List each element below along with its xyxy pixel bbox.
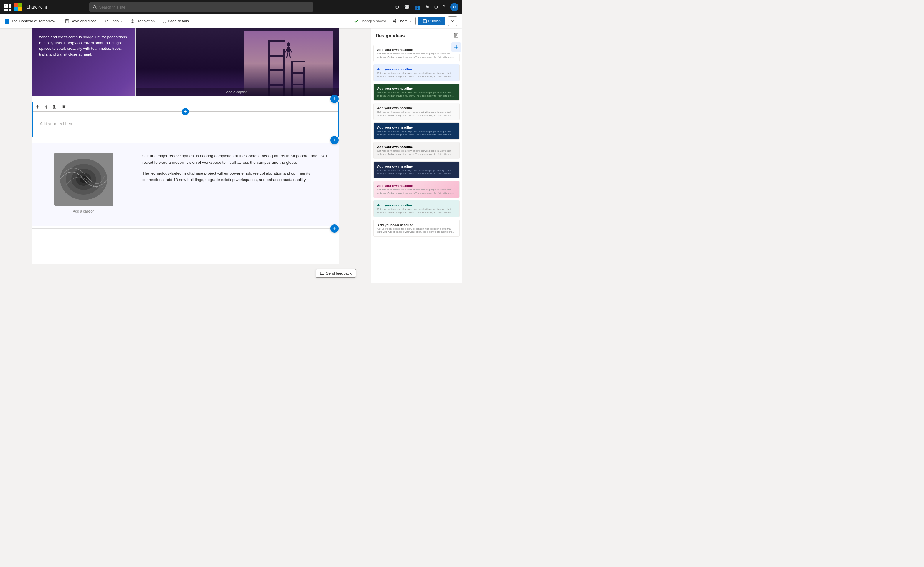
send-feedback-label: Send feedback <box>326 271 352 276</box>
svg-point-6 <box>164 20 165 21</box>
svg-rect-32 <box>291 61 305 62</box>
svg-point-35 <box>46 106 47 108</box>
design-panel-scroll[interactable]: Add your own headlineGet your point acro… <box>371 42 462 284</box>
idea-card-text: Get your point across, tell a story, or … <box>377 52 456 58</box>
image-caption-bar[interactable]: Add a caption <box>135 88 339 96</box>
add-section-button-1[interactable]: + <box>330 95 339 103</box>
col-caption[interactable]: Add a caption <box>71 208 97 214</box>
idea-card-headline: Add your own headline <box>377 165 456 168</box>
brand-icon <box>5 19 9 24</box>
flag-icon[interactable]: ⚑ <box>425 4 429 10</box>
svg-marker-4 <box>120 21 122 22</box>
idea-card-text: Get your point across, tell a story, or … <box>377 130 456 136</box>
undo-dropdown-icon[interactable] <box>120 20 123 22</box>
publish-label: Publish <box>428 19 441 23</box>
design-idea-card[interactable]: Add your own headlineGet your point acro… <box>373 84 460 100</box>
design-idea-card[interactable]: Add your own headlineGet your point acro… <box>373 161 460 178</box>
add-section-button-3[interactable]: + <box>330 224 339 232</box>
chat-icon[interactable]: 💬 <box>404 4 410 10</box>
idea-card-text: Get your point across, tell a story, or … <box>377 208 456 214</box>
hero-left-text: zones and cross-campus bridge just for p… <box>32 28 135 63</box>
delete-tool[interactable] <box>60 103 68 111</box>
design-panel-header: Design ideas ✕ <box>371 28 462 42</box>
idea-card-text: Get your point across, tell a story, or … <box>377 91 456 98</box>
divider-1 <box>32 99 339 99</box>
avatar[interactable]: U <box>450 3 459 11</box>
search-input[interactable] <box>99 5 310 9</box>
design-idea-card[interactable]: Add your own headlineGet your point acro… <box>373 220 460 237</box>
changes-saved: Changes saved <box>354 19 386 23</box>
search-icon <box>93 5 97 9</box>
send-feedback-button[interactable]: Send feedback <box>316 269 356 278</box>
design-idea-card[interactable]: Add your own headlineGet your point acro… <box>373 200 460 217</box>
side-icon-pages[interactable] <box>451 31 461 40</box>
add-section-row-3: + <box>32 225 339 231</box>
image-caption-text: Add a caption <box>226 90 247 94</box>
translation-button[interactable]: Translation <box>128 17 157 25</box>
svg-rect-21 <box>268 84 285 86</box>
share-dropdown-icon[interactable] <box>409 20 412 22</box>
waffle-icon[interactable] <box>3 3 11 10</box>
svg-line-11 <box>394 21 395 22</box>
design-idea-card[interactable]: Add your own headlineGet your point acro… <box>373 45 460 62</box>
question-icon[interactable]: ? <box>443 4 445 10</box>
share-icon <box>393 19 397 23</box>
idea-card-headline: Add your own headline <box>378 223 456 226</box>
top-bar: SharePoint ⚙ 💬 👥 ⚑ ⚙ ? U <box>0 0 462 14</box>
svg-rect-51 <box>456 45 458 47</box>
design-panel: Design ideas ✕ Add your own headlineGet … <box>371 28 462 284</box>
changes-saved-label: Changes saved <box>360 19 386 23</box>
svg-point-0 <box>93 5 96 8</box>
block-add-button[interactable]: + <box>182 108 189 115</box>
idea-card-headline: Add your own headline <box>377 68 456 71</box>
page-details-button[interactable]: Page details <box>160 17 191 25</box>
add-section-button-2[interactable]: + <box>330 136 339 144</box>
toolbar-separator-1 <box>59 18 59 25</box>
svg-rect-15 <box>244 31 333 96</box>
collapse-button[interactable] <box>448 16 457 26</box>
page-details-label: Page details <box>168 19 189 23</box>
svg-marker-12 <box>409 21 411 22</box>
text-placeholder[interactable]: Add your text here. <box>40 121 331 126</box>
save-and-close-button[interactable]: Save and close <box>62 17 99 25</box>
svg-point-9 <box>395 21 396 22</box>
svg-rect-34 <box>291 84 305 86</box>
settings-icon[interactable]: ⚙ <box>434 4 438 10</box>
design-idea-card[interactable]: Add your own headlineGet your point acro… <box>373 181 460 198</box>
undo-button[interactable]: Undo <box>102 17 125 25</box>
svg-point-8 <box>393 21 394 22</box>
idea-card-text: Get your point across, tell a story, or … <box>377 111 456 117</box>
svg-rect-33 <box>291 72 305 74</box>
idea-card-headline: Add your own headline <box>377 184 456 188</box>
design-idea-card[interactable]: Add your own headlineGet your point acro… <box>373 64 460 81</box>
main-area: zones and cross-campus bridge just for p… <box>0 28 462 284</box>
scaffold-image <box>244 31 333 96</box>
help-icon[interactable]: ⚙ <box>395 4 399 10</box>
search-bar[interactable] <box>89 2 313 12</box>
settings-tool[interactable] <box>42 103 50 111</box>
block-divider-line: + <box>33 111 338 112</box>
side-icon-design[interactable] <box>451 42 461 52</box>
design-idea-card[interactable]: Add your own headlineGet your point acro… <box>373 103 460 120</box>
publish-button[interactable]: Publish <box>418 17 445 25</box>
undo-label: Undo <box>110 19 119 23</box>
design-idea-card[interactable]: Add your own headlineGet your point acro… <box>373 142 460 159</box>
top-right-icons: ⚙ 💬 👥 ⚑ ⚙ ? U <box>395 3 459 11</box>
design-idea-card[interactable]: Add your own headlineGet your point acro… <box>373 123 460 140</box>
svg-rect-25 <box>287 46 290 52</box>
svg-line-1 <box>95 8 97 9</box>
save-icon <box>65 19 69 23</box>
duplicate-tool[interactable] <box>51 103 59 111</box>
feedback-icon <box>320 272 324 276</box>
svg-rect-38 <box>63 106 65 108</box>
idea-card-headline: Add your own headline <box>377 203 456 207</box>
svg-rect-45 <box>320 272 324 274</box>
publish-icon <box>423 19 427 23</box>
idea-card-text: Get your point across, tell a story, or … <box>377 169 456 175</box>
move-tool[interactable] <box>33 103 42 111</box>
people-icon[interactable]: 👥 <box>415 4 420 10</box>
page-name: The Contoso of Tomorrow <box>11 19 55 23</box>
share-button[interactable]: Share <box>389 17 416 26</box>
svg-line-10 <box>394 20 395 21</box>
idea-card-headline: Add your own headline <box>377 145 456 148</box>
